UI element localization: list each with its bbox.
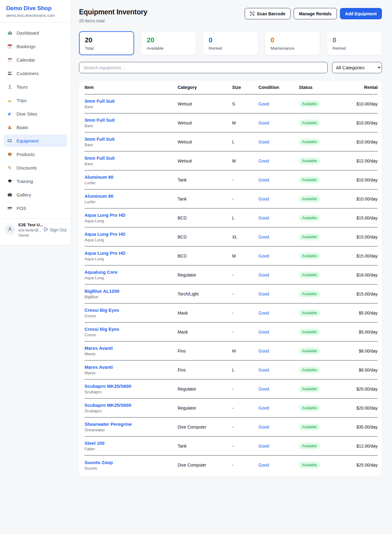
manage-rentals-button[interactable]: Manage Rentals [294, 8, 337, 19]
sidebar-item-customers[interactable]: Customers [4, 67, 67, 79]
sidebar-item-tours[interactable]: Tours [4, 81, 67, 93]
table-row: Scubapro MK25/S600ScubaproRegulator-Good… [85, 380, 378, 399]
sidebar-item-label: Trips [17, 98, 27, 103]
condition-link[interactable]: Good [258, 120, 269, 125]
item-link[interactable]: Cressi Big Eyes [85, 326, 178, 332]
item-link[interactable]: Scubapro MK25/S600 [85, 402, 178, 408]
condition-link[interactable]: Good [258, 101, 269, 106]
sidebar-item-bookings[interactable]: 17Bookings [4, 40, 67, 52]
cell-category: BCD [178, 254, 232, 258]
sidebar-item-label: Products [17, 152, 35, 157]
item-brand: Aqua Lung [85, 219, 178, 223]
item-link[interactable]: Aqua Lung Pro HD [85, 212, 178, 218]
stat-card-total[interactable]: 20Total [79, 31, 134, 55]
condition-link[interactable]: Good [258, 311, 269, 315]
sidebar-item-calendar[interactable]: Calendar [4, 54, 67, 66]
condition-link[interactable]: Good [258, 196, 269, 201]
sidebar-item-gallery[interactable]: Gallery [4, 189, 67, 201]
condition-link[interactable]: Good [258, 349, 269, 353]
cell-rental: $15.00/day [339, 235, 378, 239]
item-link[interactable]: Mares Avanti [85, 364, 178, 370]
item-link[interactable]: Aqua Lung Pro HD [85, 231, 178, 237]
scan-barcode-button[interactable]: Scan Barcode [245, 8, 291, 19]
speedboat-icon [7, 98, 13, 103]
sidebar: Demo Dive Shop demo.test.divestreams.com… [0, 0, 71, 245]
table-row: Aqua Lung Pro HDAqua LungBCDMGoodAvailab… [85, 246, 378, 265]
condition-link[interactable]: Good [258, 292, 269, 296]
stat-card-retired[interactable]: 0Retired [327, 31, 382, 55]
condition-link[interactable]: Good [258, 158, 269, 163]
condition-link[interactable]: Good [258, 254, 269, 258]
condition-link[interactable]: Good [258, 330, 269, 334]
item-link[interactable]: 3mm Full Suit [85, 117, 178, 123]
condition-link[interactable]: Good [258, 406, 269, 410]
item-link[interactable]: Aqualung Core [85, 269, 178, 275]
item-link[interactable]: Mares Avanti [85, 345, 178, 351]
stat-card-rented[interactable]: 0Rented [203, 31, 258, 55]
sidebar-item-label: Calendar [17, 57, 35, 63]
search-input[interactable] [79, 62, 328, 73]
sidebar-item-pos[interactable]: POS [4, 202, 67, 214]
main-content: Equipment Inventory 20 items total Scan … [71, 0, 392, 495]
item-brand: Bare [85, 105, 178, 109]
item-link[interactable]: 5mm Full Suit [85, 155, 178, 161]
status-badge: Available [299, 196, 320, 202]
item-brand: Shearwater [85, 428, 178, 432]
condition-link[interactable]: Good [258, 444, 269, 448]
sidebar-item-training[interactable]: Training [4, 175, 67, 187]
category-select[interactable]: All Categories [332, 62, 382, 73]
wave-icon [7, 111, 13, 116]
item-link[interactable]: BigBlue AL1200 [85, 288, 178, 294]
status-badge: Available [299, 462, 320, 468]
item-link[interactable]: Suunto Zoop [85, 460, 178, 465]
sidebar-item-dive-sites[interactable]: Dive Sites [4, 108, 67, 120]
condition-link[interactable]: Good [258, 425, 269, 429]
item-link[interactable]: Aluminum 80 [85, 174, 178, 180]
sidebar-item-equipment[interactable]: Equipment [4, 135, 67, 147]
status-badge: Available [299, 367, 320, 373]
table-row: Aluminum 80LuxferTank-GoodAvailable$10.0… [85, 170, 378, 189]
condition-link[interactable]: Good [258, 235, 269, 239]
condition-link[interactable]: Good [258, 177, 269, 182]
condition-link[interactable]: Good [258, 368, 269, 372]
item-link[interactable]: 3mm Full Suit [85, 136, 178, 142]
item-link[interactable]: Shearwater Peregrine [85, 421, 178, 427]
island-icon [7, 84, 13, 90]
column-header-item: Item [85, 85, 178, 90]
sailboat-icon [7, 125, 13, 130]
add-equipment-button[interactable]: Add Equipment [340, 8, 382, 19]
item-link[interactable]: Steel 100 [85, 441, 178, 446]
item-link[interactable]: Cressi Big Eyes [85, 307, 178, 313]
item-link[interactable]: 3mm Full Suit [85, 98, 178, 104]
condition-link[interactable]: Good [258, 387, 269, 391]
column-header-category: Category [178, 85, 232, 90]
item-link[interactable]: Aqua Lung Pro HD [85, 250, 178, 256]
item-link[interactable]: Aluminum 80 [85, 193, 178, 199]
status-badge: Available [299, 215, 320, 221]
condition-link[interactable]: Good [258, 463, 269, 467]
condition-link[interactable]: Good [258, 273, 269, 277]
page-title: Equipment Inventory [79, 8, 147, 16]
user-role: Owner [18, 233, 43, 238]
cell-size: - [232, 463, 258, 467]
stat-label: Rented [209, 46, 252, 51]
brand-title[interactable]: Demo Dive Shop [6, 5, 65, 12]
item-link[interactable]: Scubapro MK25/S600 [85, 383, 178, 389]
sidebar-item-dashboard[interactable]: Dashboard [4, 27, 67, 39]
sidebar-item-products[interactable]: Products [4, 148, 67, 160]
sidebar-item-discounts[interactable]: Discounts [4, 162, 67, 174]
sign-out-button[interactable]: Sign Out [43, 227, 66, 233]
condition-link[interactable]: Good [258, 139, 269, 144]
sidebar-item-trips[interactable]: Trips [4, 94, 67, 106]
item-brand: Aqua Lung [85, 257, 178, 261]
stat-card-available[interactable]: 20Available [141, 31, 196, 55]
sidebar-item-label: Bookings [17, 44, 36, 49]
status-badge: Available [299, 101, 320, 107]
sign-out-label: Sign Out [50, 227, 66, 232]
sidebar-item-boats[interactable]: Boats [4, 121, 67, 133]
stat-card-maintenance[interactable]: 0Maintenance [265, 31, 320, 55]
item-brand: Mares [85, 371, 178, 375]
cell-rental: $15.00/day [339, 216, 378, 220]
condition-link[interactable]: Good [258, 216, 269, 220]
status-badge: Available [299, 386, 320, 392]
